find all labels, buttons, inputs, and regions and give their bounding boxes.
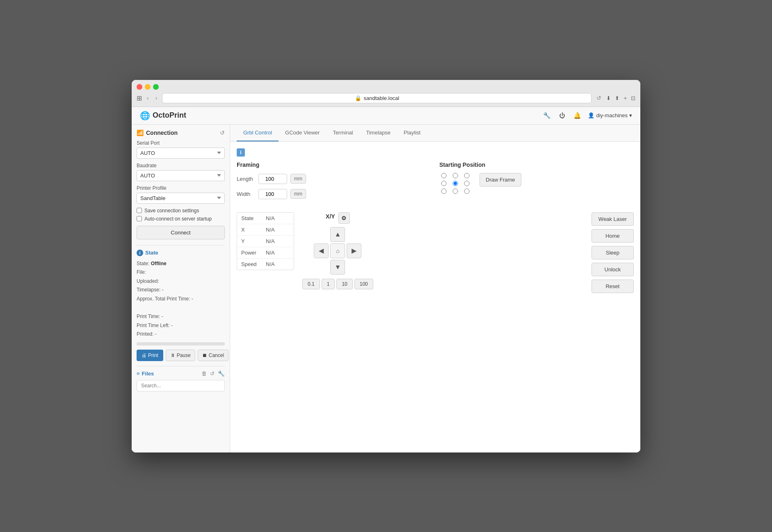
radio-mid-center[interactable] <box>451 181 460 186</box>
length-input[interactable] <box>258 174 287 184</box>
lock-icon: 🔒 <box>355 95 361 101</box>
table-row-state: State N/A <box>237 213 294 224</box>
state-printed: Printed: - <box>137 330 225 339</box>
step-1-button[interactable]: 1 <box>322 279 335 289</box>
traffic-lights <box>137 84 635 90</box>
user-menu[interactable]: 👤 diy-machines ▾ <box>588 112 632 118</box>
refresh-files-button[interactable]: ↺ <box>210 371 215 377</box>
tabs-icon[interactable]: ⊡ <box>631 95 635 101</box>
tab-timelapse[interactable]: Timelapse <box>360 125 397 141</box>
auto-connect-label[interactable]: Auto-connect on server startup <box>137 216 225 222</box>
tab-grbl-control[interactable]: Grbl Control <box>237 125 279 141</box>
files-actions: 🗑 ↺ 🔧 <box>201 371 225 377</box>
baudrate-group: Baudrate AUTO 115200 250000 <box>137 163 225 181</box>
sleep-button[interactable]: Sleep <box>592 246 634 259</box>
state-file: File: <box>137 268 225 277</box>
radio-top-left[interactable] <box>439 173 448 178</box>
close-button[interactable] <box>137 84 142 90</box>
length-unit: mm <box>290 174 306 184</box>
reset-button[interactable]: Reset <box>592 280 634 293</box>
state-print-time-left: Print Time Left: - <box>137 321 225 330</box>
upload-button[interactable]: 🗑 <box>201 371 207 377</box>
move-up-button[interactable]: ▲ <box>330 227 345 242</box>
empty-top-left <box>314 227 329 242</box>
download-icon[interactable]: ⬇ <box>606 95 611 101</box>
width-input[interactable] <box>258 189 287 199</box>
main-layout: 📶 Connection ↺ Serial Port AUTO VIRTUAL … <box>132 125 640 452</box>
maximize-button[interactable] <box>153 84 159 90</box>
progress-bar-container <box>137 342 225 346</box>
move-left-button[interactable]: ◀ <box>314 243 329 258</box>
step-buttons: 0.1 1 10 100 <box>302 279 373 289</box>
baudrate-label: Baudrate <box>137 163 225 168</box>
draw-frame-button[interactable]: Draw Frame <box>480 173 521 186</box>
framing-section: Framing Length mm Width mm <box>237 161 431 204</box>
save-connection-label[interactable]: Save connection settings <box>137 208 225 214</box>
unlock-button[interactable]: Unlock <box>592 263 634 276</box>
xy-directional-controls: X/Y ⚙ ▲ ◀ ⌂ ▶ ▼ <box>302 212 373 289</box>
empty-bot-left <box>314 260 329 275</box>
main-content: Grbl Control GCode Viewer Terminal Timel… <box>230 125 640 452</box>
tab-gcode-viewer[interactable]: GCode Viewer <box>279 125 326 141</box>
table-row-power: Power N/A <box>237 247 294 259</box>
radio-mid-right[interactable] <box>462 181 471 186</box>
state-timelapse: Timelapse: - <box>137 286 225 295</box>
move-right-button[interactable]: ▶ <box>347 243 361 258</box>
connection-refresh-button[interactable]: ↺ <box>220 130 225 136</box>
filter-files-button[interactable]: 🔧 <box>218 371 225 377</box>
connect-button[interactable]: Connect <box>137 226 225 239</box>
user-icon: 👤 <box>588 112 594 118</box>
save-connection-checkbox[interactable] <box>137 208 142 213</box>
step-01-button[interactable]: 0.1 <box>302 279 320 289</box>
weak-laser-button[interactable]: Weak Laser <box>592 212 634 226</box>
radio-bot-center[interactable] <box>451 189 460 194</box>
starting-position-title: Starting Position <box>439 161 634 168</box>
home-ctrl-button[interactable]: Home <box>592 229 634 243</box>
radio-mid-left[interactable] <box>439 181 448 186</box>
radio-top-right[interactable] <box>462 173 471 178</box>
step-100-button[interactable]: 100 <box>354 279 373 289</box>
share-icon[interactable]: ⬆ <box>615 95 619 101</box>
wrench-icon[interactable]: 🔧 <box>541 110 553 121</box>
forward-button[interactable]: › <box>154 94 159 102</box>
browser-chrome: ⊞ ‹ › 🔒 sandtable.local ↺ ⬇ ⬆ + ⊡ <box>132 80 640 107</box>
print-button[interactable]: 🖨 Print <box>137 350 163 361</box>
minimize-button[interactable] <box>145 84 151 90</box>
xy-settings-button[interactable]: ⚙ <box>338 212 350 224</box>
address-bar[interactable]: 🔒 sandtable.local <box>162 93 592 103</box>
browser-toolbar: ⊞ ‹ › 🔒 sandtable.local ↺ ⬇ ⬆ + ⊡ <box>137 93 635 103</box>
cancel-button[interactable]: ⏹ Cancel <box>198 350 228 361</box>
tab-terminal[interactable]: Terminal <box>326 125 359 141</box>
auto-connect-checkbox[interactable] <box>137 216 142 221</box>
move-down-button[interactable]: ▼ <box>330 260 345 275</box>
header-actions: 🔧 ⏻ 🔔 👤 diy-machines ▾ <box>541 110 632 121</box>
browser-actions: ⬇ ⬆ + ⊡ <box>606 95 635 101</box>
serial-port-select[interactable]: AUTO VIRTUAL /dev/ttyUSB0 <box>137 148 225 159</box>
radio-bot-right[interactable] <box>462 189 471 194</box>
user-label: diy-machines <box>596 112 628 118</box>
new-tab-icon[interactable]: + <box>624 95 627 101</box>
machine-state-table: State N/A X N/A Y N/A <box>237 212 294 270</box>
files-search-input[interactable] <box>137 380 225 391</box>
connect-btn-wrapper: Connect <box>137 224 225 239</box>
content-body: i Framing Length mm Width <box>230 142 640 300</box>
printer-profile-select[interactable]: SandTable _default <box>137 193 225 204</box>
sidebar-toggle-icon[interactable]: ⊞ <box>137 94 142 102</box>
back-button[interactable]: ‹ <box>145 94 151 102</box>
step-10-button[interactable]: 10 <box>336 279 352 289</box>
home-button[interactable]: ⌂ <box>330 243 345 258</box>
width-unit: mm <box>290 189 306 199</box>
radio-top-center[interactable] <box>451 173 460 178</box>
direction-grid: ▲ ◀ ⌂ ▶ ▼ <box>314 227 361 275</box>
power-icon[interactable]: ⏻ <box>557 110 567 120</box>
bell-icon[interactable]: 🔔 <box>572 110 583 121</box>
radio-bot-left[interactable] <box>439 189 448 194</box>
refresh-button[interactable]: ↺ <box>595 94 603 102</box>
files-icon: ≡ <box>137 371 140 377</box>
baudrate-select[interactable]: AUTO 115200 250000 <box>137 170 225 181</box>
action-buttons: 🖨 Print ⏸ Pause ⏹ Cancel <box>137 350 225 361</box>
pause-button[interactable]: ⏸ Pause <box>166 350 195 361</box>
tab-playlist[interactable]: Playlist <box>397 125 427 141</box>
state-print-time: Print Time: - <box>137 312 225 321</box>
save-connection-group: Save connection settings <box>137 208 225 214</box>
